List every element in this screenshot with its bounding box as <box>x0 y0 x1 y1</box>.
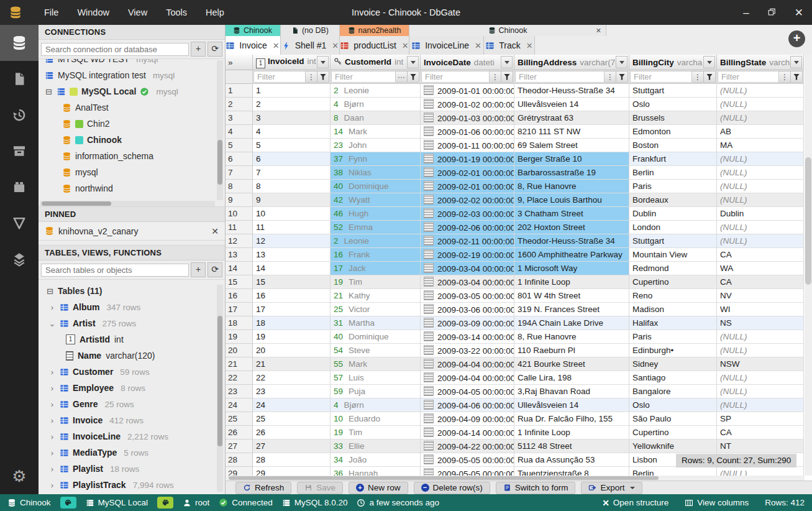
rail-item-settings[interactable]: ⚙ <box>0 458 39 494</box>
cell-billingcity[interactable]: Bangalore <box>629 385 717 398</box>
filter-menu-button[interactable]: ⋮ <box>306 71 317 83</box>
chevron-right-icon[interactable]: › <box>48 367 56 377</box>
cell-billingcity[interactable]: Cupertino <box>629 275 717 289</box>
row-number-cell[interactable]: 25 <box>225 412 253 426</box>
db-tab-chinook[interactable]: Chinook <box>225 25 281 36</box>
scrollbar-thumb[interactable] <box>42 201 111 206</box>
cell-invoicedate[interactable]: 2009-03-04 00:00:00 <box>421 275 514 289</box>
collapse-icon[interactable]: ⊟ <box>45 87 53 96</box>
cell-billingcity[interactable]: Bordeaux <box>629 193 717 207</box>
cell-billingaddress[interactable]: 3 Chatham Street <box>514 207 629 221</box>
row-number-cell[interactable]: 28 <box>225 453 253 467</box>
cell-invoiceid[interactable]: 13 <box>253 248 331 262</box>
row-number-cell[interactable]: 14 <box>225 262 253 275</box>
connection-item-analtest[interactable]: AnalTest <box>39 99 225 116</box>
cell-invoiceid[interactable]: 14 <box>253 262 331 275</box>
chevron-right-icon[interactable]: › <box>48 481 56 490</box>
cell-billingaddress[interactable]: Calle Lira, 198 <box>514 371 629 385</box>
cell-billingaddress[interactable]: Berger Straße 10 <box>514 152 629 166</box>
cell-customerid[interactable]: 38Niklas <box>331 166 421 180</box>
cell-customerid[interactable]: 40Dominique <box>331 180 421 193</box>
restore-button[interactable] <box>768 7 776 18</box>
switch-to-form-button[interactable]: Switch to form <box>496 482 576 494</box>
cell-billingcity[interactable]: Frankfurt <box>629 152 717 166</box>
cell-billingstate[interactable]: AB <box>717 125 804 139</box>
column-item-artistid[interactable]: 1ArtistIdint <box>39 331 225 348</box>
cell-invoicedate[interactable]: 2009-01-11 00:00:00 <box>421 139 514 152</box>
row-number-cell[interactable]: 4 <box>225 125 253 139</box>
cell-billingaddress[interactable]: 801 W 4th Street <box>514 289 629 303</box>
cell-editor-icon[interactable] <box>424 181 434 191</box>
cell-customerid[interactable]: 16Frank <box>331 248 421 262</box>
cell-billingcity[interactable]: Sidney <box>629 357 717 371</box>
cell-invoicedate[interactable]: 2009-01-01 00:00:00 <box>421 84 514 98</box>
cell-billingcity[interactable]: Boston <box>629 139 717 152</box>
table-item-playlist[interactable]: ›Playlist18 rows <box>39 461 225 477</box>
cell-editor-icon[interactable] <box>424 345 434 355</box>
row-number-cell[interactable]: 12 <box>225 234 253 248</box>
cell-billingaddress[interactable]: 8, Rue Hanovre <box>514 330 629 344</box>
cell-billingcity[interactable]: Dublin <box>629 207 717 221</box>
cell-invoiceid[interactable]: 5 <box>253 139 331 152</box>
column-menu-button[interactable] <box>703 56 715 68</box>
table-item-genre[interactable]: ›Genre25 rows <box>39 396 225 412</box>
cell-invoicedate[interactable]: 2009-03-05 00:00:00 <box>421 289 514 303</box>
pinned-item-knihovna_v2_canary[interactable]: knihovna_v2_canary✕ <box>39 222 225 241</box>
scrollbar-thumb[interactable] <box>217 316 222 446</box>
cell-billingaddress[interactable]: Ullevålsveien 14 <box>514 98 629 111</box>
cell-customerid[interactable]: 33Ellie <box>331 440 421 453</box>
chevron-right-icon[interactable]: › <box>48 464 56 474</box>
cell-billingcity[interactable]: London <box>629 221 717 234</box>
cell-billingstate[interactable]: NS <box>717 316 804 330</box>
close-icon[interactable]: ✕ <box>526 41 533 50</box>
cell-invoiceid[interactable]: 19 <box>253 330 331 344</box>
cell-billingcity[interactable]: Santiago <box>629 371 717 385</box>
cell-invoicedate[interactable]: 2009-02-01 00:00:00 <box>421 166 514 180</box>
row-number-cell[interactable]: 16 <box>225 289 253 303</box>
cell-customerid[interactable]: 46Hugh <box>331 207 421 221</box>
cell-billingcity[interactable]: Cupertino <box>629 426 717 440</box>
cell-invoiceid[interactable]: 11 <box>253 221 331 234</box>
cell-invoiceid[interactable]: 28 <box>253 453 331 467</box>
rail-item-layers[interactable] <box>0 241 39 277</box>
filter-funnel-button[interactable] <box>408 71 419 83</box>
cell-invoiceid[interactable]: 17 <box>253 303 331 316</box>
status-connected[interactable]: Connected <box>219 498 272 507</box>
column-header-invoicedate[interactable]: InvoiceDatedateti <box>421 55 514 70</box>
filter-funnel-button[interactable] <box>501 71 513 83</box>
filter-input[interactable]: Filter <box>630 71 692 83</box>
filter-menu-button[interactable]: ⋮ <box>604 71 616 83</box>
cell-billingstate[interactable]: (NULL) <box>717 234 804 248</box>
scrollbar-thumb[interactable] <box>805 157 811 285</box>
unpin-button[interactable]: ✕ <box>211 226 219 236</box>
new-row-button[interactable]: +New row <box>349 482 408 494</box>
cell-billingcity[interactable]: Brussels <box>629 111 717 125</box>
cell-invoiceid[interactable]: 8 <box>253 180 331 193</box>
cell-billingcity[interactable]: Edinburgh• <box>629 344 717 357</box>
cell-billingaddress[interactable]: 69 Salem Street <box>514 139 629 152</box>
cell-editor-icon[interactable] <box>424 263 434 273</box>
cell-invoiceid[interactable]: 26 <box>253 426 331 440</box>
row-number-cell[interactable]: 20 <box>225 344 253 357</box>
row-number-cell[interactable]: 23 <box>225 385 253 398</box>
close-button[interactable]: ✕ <box>795 7 803 18</box>
cell-billingaddress[interactable]: 9, Place Louis Barthou <box>514 193 629 207</box>
connection-item-chinook[interactable]: Chinook <box>39 132 225 148</box>
db-tab-chinook[interactable]: Chinook✕ <box>409 25 606 36</box>
row-number-cell[interactable]: 19 <box>225 330 253 344</box>
table-item-employee[interactable]: ›Employee8 rows <box>39 380 225 396</box>
cell-invoicedate[interactable]: 2009-04-04 00:00:00 <box>421 357 514 371</box>
column-header-billingcity[interactable]: BillingCityvarcha <box>629 55 717 70</box>
chevron-right-icon[interactable]: › <box>48 432 56 441</box>
table-item-album[interactable]: ›Album347 rows <box>39 299 225 315</box>
cell-billingaddress[interactable]: 202 Hoxton Street <box>514 221 629 234</box>
cell-billingstate[interactable]: (NULL) <box>717 398 804 412</box>
connection-item-mysql[interactable]: mysql <box>39 164 225 180</box>
cell-editor-icon[interactable] <box>424 208 434 218</box>
cell-customerid[interactable]: 17Jack <box>331 262 421 275</box>
connections-h-scrollbar[interactable] <box>40 201 215 206</box>
menu-view[interactable]: View <box>119 0 157 25</box>
cell-invoiceid[interactable]: 21 <box>253 357 331 371</box>
cell-billingcity[interactable]: Yellowknife <box>629 440 717 453</box>
chevron-right-icon[interactable]: › <box>48 416 56 425</box>
